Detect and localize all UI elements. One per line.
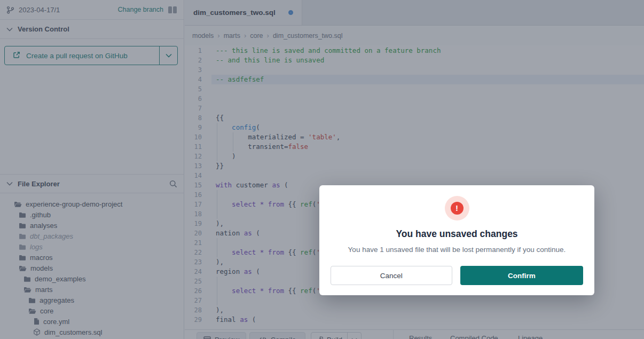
modal-actions: Cancel Confirm [331,266,583,285]
alert-icon: ! [451,202,464,215]
cancel-button[interactable]: Cancel [331,266,452,285]
modal-message: You have 1 unsaved file that will be los… [319,246,594,254]
confirm-button[interactable]: Confirm [460,266,583,285]
unsaved-changes-modal: ! You have unsaved changes You have 1 un… [319,185,594,295]
modal-title: You have unsaved changes [319,228,594,240]
alert-icon-ring: ! [445,196,469,220]
